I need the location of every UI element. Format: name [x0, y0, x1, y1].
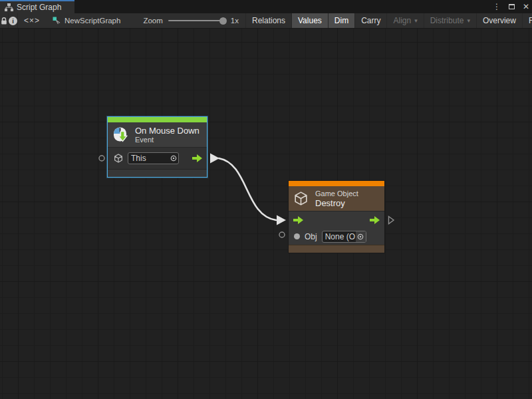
flow-output-port[interactable]: [370, 216, 380, 224]
cube-icon: [293, 190, 309, 207]
graph-toolbar: i <×> NewScriptGraph Zoom 1x Relations V…: [0, 13, 532, 29]
zoom-value: 1x: [231, 17, 239, 25]
node-footer: [108, 169, 207, 177]
object-picker-icon[interactable]: [168, 153, 178, 164]
flow-row: [289, 211, 384, 228]
relations-button[interactable]: Relations: [245, 13, 291, 28]
tab-script-graph[interactable]: Script Graph: [0, 0, 74, 13]
code-icon: <×>: [24, 16, 40, 25]
cube-icon: [113, 153, 124, 164]
node-body: Obj None (O: [289, 211, 384, 245]
dim-button[interactable]: Dim: [328, 13, 354, 28]
flow-input-port[interactable]: [293, 216, 303, 224]
flow-output-port[interactable]: [192, 154, 202, 162]
obj-field[interactable]: None (O: [322, 231, 366, 243]
align-label: Align: [393, 16, 411, 25]
graph-canvas[interactable]: [0, 29, 532, 399]
value-row: Obj None (O: [289, 228, 384, 245]
value-input-port[interactable]: [294, 233, 300, 239]
fullscreen-button[interactable]: Full S: [522, 13, 532, 28]
input-label: Obj: [305, 232, 317, 241]
info-icon: i: [9, 17, 17, 25]
fullscreen-label: Full S: [529, 16, 532, 25]
gameobject-accent-bar: [289, 181, 384, 186]
distribute-label: Distribute: [430, 16, 464, 25]
script-graph-icon: [53, 17, 61, 25]
lock-button[interactable]: [0, 13, 8, 28]
node-destroy[interactable]: Game Object Destroy Obj None (O: [288, 180, 385, 253]
object-picker-icon[interactable]: [356, 231, 366, 242]
mouse-down-icon: [112, 126, 129, 144]
code-view-button[interactable]: <×>: [17, 13, 46, 28]
node-header: Game Object Destroy: [289, 186, 384, 211]
graph-name-group[interactable]: NewScriptGraph: [46, 13, 128, 28]
graph-tab-icon: [5, 3, 13, 11]
align-button[interactable]: Align ▾: [386, 13, 423, 28]
node-title: Destroy: [315, 198, 358, 208]
tab-title: Script Graph: [17, 3, 61, 12]
node-header-text: Game Object Destroy: [315, 190, 358, 208]
lock-icon: [0, 17, 8, 25]
target-field-value: This: [128, 154, 168, 163]
node-body: This: [108, 147, 207, 169]
values-label: Values: [298, 16, 322, 25]
carry-button[interactable]: Carry: [354, 13, 386, 28]
carry-label: Carry: [361, 16, 380, 25]
zoom-slider-knob[interactable]: [219, 17, 227, 25]
window-controls: ⋮ ✕: [493, 0, 529, 13]
chevron-down-icon: ▾: [414, 17, 418, 24]
graph-name-label: NewScriptGraph: [65, 17, 120, 25]
node-header-text: On Mouse Down Event: [135, 126, 200, 144]
node-category: Game Object: [315, 190, 358, 198]
dim-label: Dim: [334, 16, 348, 25]
obj-field-value: None (O: [323, 232, 356, 241]
tab-bar: Script Graph ⋮ ✕: [0, 0, 532, 13]
script-graph-window: Script Graph ⋮ ✕ i <×>: [0, 0, 532, 399]
close-icon[interactable]: ✕: [523, 2, 529, 11]
node-header: On Mouse Down Event: [108, 122, 207, 147]
zoom-label: Zoom: [143, 17, 162, 25]
chevron-down-icon: ▾: [467, 17, 470, 24]
node-footer: [289, 245, 384, 253]
maximize-icon[interactable]: [509, 4, 515, 9]
window-menu-icon[interactable]: ⋮: [493, 2, 501, 11]
relations-label: Relations: [252, 16, 285, 25]
distribute-button[interactable]: Distribute ▾: [424, 13, 476, 28]
overview-button[interactable]: Overview: [476, 13, 522, 28]
node-on-mouse-down[interactable]: On Mouse Down Event This: [107, 116, 207, 178]
info-button[interactable]: i: [8, 13, 17, 28]
values-button[interactable]: Values: [291, 13, 328, 28]
zoom-slider[interactable]: [168, 20, 225, 21]
target-field[interactable]: This: [128, 152, 179, 164]
overview-label: Overview: [483, 16, 516, 25]
node-title: On Mouse Down: [135, 126, 200, 136]
node-subtitle: Event: [135, 136, 200, 144]
zoom-control: Zoom 1x: [128, 13, 245, 28]
event-accent-bar: [108, 117, 207, 122]
